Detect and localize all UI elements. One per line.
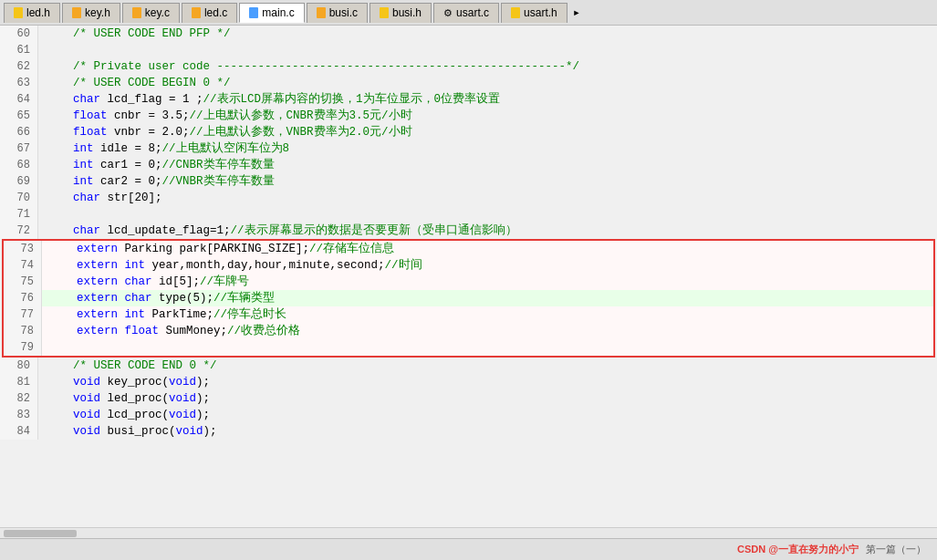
line-row: 74 extern int year,month,day,hour,minute… xyxy=(4,257,933,274)
line-row: 78 extern float SumMoney;//收费总价格 xyxy=(4,323,933,339)
tab-led-c[interactable]: led.c xyxy=(182,3,237,23)
tab-label-busi-c: busi.c xyxy=(329,6,358,19)
line-number: 75 xyxy=(4,274,42,290)
line-number: 73 xyxy=(4,241,42,257)
tab-usart-h[interactable]: usart.h xyxy=(501,3,567,23)
tab-bar: led.h key.h key.c led.c main.c busi.c bu… xyxy=(0,0,937,26)
line-number: 80 xyxy=(0,358,38,374)
line-row: 75 extern char id[5];//车牌号 xyxy=(4,274,933,290)
tab-icon-busi-c xyxy=(317,7,326,18)
tab-label-led-c: led.c xyxy=(204,6,227,19)
line-code xyxy=(42,339,933,356)
line-code: extern int year,month,day,hour,minute,se… xyxy=(42,257,933,274)
tab-label-usart-c: usart.c xyxy=(456,6,489,19)
line-number: 68 xyxy=(0,157,38,173)
line-code: int idle = 8;//上电默认空闲车位为8 xyxy=(38,140,937,157)
gear-icon: ⚙ xyxy=(443,7,453,19)
line-row: 70 char str[20]; xyxy=(0,190,937,206)
line-code xyxy=(38,42,937,58)
line-row: 69 int car2 = 0;//VNBR类车停车数量 xyxy=(0,173,937,190)
line-number: 70 xyxy=(0,190,38,206)
line-code: extern int ParkTime;//停车总时长 xyxy=(42,306,933,323)
line-number: 67 xyxy=(0,140,38,157)
line-code: char str[20]; xyxy=(38,190,937,206)
line-row: 67 int idle = 8;//上电默认空闲车位为8 xyxy=(0,140,937,157)
line-number: 81 xyxy=(0,374,38,390)
tab-overflow-arrow[interactable]: ▸ xyxy=(573,5,580,20)
line-code: extern Parking park[PARKING_SIZE];//存储车位… xyxy=(42,241,933,257)
line-number: 60 xyxy=(0,26,38,42)
tab-icon-key-h xyxy=(72,7,81,18)
line-code: /* USER CODE END PFP */ xyxy=(38,26,937,42)
line-number: 79 xyxy=(4,339,42,356)
line-code: extern char type(5);//车辆类型 xyxy=(42,290,933,306)
tab-label-key-c: key.c xyxy=(145,6,170,19)
tab-busi-c[interactable]: busi.c xyxy=(307,3,368,23)
tab-label-led-h: led.h xyxy=(26,6,50,19)
line-code: int car1 = 0;//CNBR类车停车数量 xyxy=(38,157,937,173)
line-number: 72 xyxy=(0,223,38,239)
line-code: char lcd_flag = 1 ;//表示LCD屏幕内容的切换，1为车位显示… xyxy=(38,91,937,108)
horizontal-scrollbar[interactable] xyxy=(0,527,937,538)
line-row: 77 extern int ParkTime;//停车总时长 xyxy=(4,306,933,323)
scroll-thumb[interactable] xyxy=(4,530,77,537)
line-number: 84 xyxy=(0,423,38,440)
line-code: void lcd_proc(void); xyxy=(38,407,937,423)
tab-icon-main-c xyxy=(249,7,258,18)
tab-label-busi-h: busi.h xyxy=(392,6,422,19)
line-code: /* Private user code -------------------… xyxy=(38,58,937,75)
line-row: 63 /* USER CODE BEGIN 0 */ xyxy=(0,75,937,91)
line-row: 82 void led_proc(void); xyxy=(0,390,937,407)
line-row: 80 /* USER CODE END 0 */ xyxy=(0,358,937,374)
line-number: 61 xyxy=(0,42,38,58)
tab-key-c[interactable]: key.c xyxy=(122,3,180,23)
status-subtitle: 第一篇（一） xyxy=(866,543,926,556)
line-number: 78 xyxy=(4,323,42,339)
line-number: 76 xyxy=(4,290,42,306)
line-number: 62 xyxy=(0,58,38,75)
line-code: void led_proc(void); xyxy=(38,390,937,407)
line-row: 71 xyxy=(0,206,937,223)
tab-main-c[interactable]: main.c xyxy=(239,3,304,23)
line-code: /* USER CODE BEGIN 0 */ xyxy=(38,75,937,91)
tab-usart-c[interactable]: ⚙ usart.c xyxy=(433,3,499,23)
line-row: 81 void key_proc(void); xyxy=(0,374,937,390)
line-row: 76 extern char type(5);//车辆类型 xyxy=(4,290,933,306)
line-row: 66 float vnbr = 2.0;//上电默认参数，VNBR费率为2.0元… xyxy=(0,124,937,140)
highlighted-block: 73 extern Parking park[PARKING_SIZE];//存… xyxy=(2,239,935,358)
line-code: float cnbr = 3.5;//上电默认参数，CNBR费率为3.5元/小时 xyxy=(38,108,937,124)
tab-key-h[interactable]: key.h xyxy=(62,3,120,23)
tab-icon-key-c xyxy=(132,7,141,18)
tab-icon-usart-h xyxy=(511,7,520,18)
csdn-watermark: CSDN @一直在努力的小宁 xyxy=(737,543,859,556)
tab-icon-led-h xyxy=(14,7,23,18)
line-row: 60 /* USER CODE END PFP */ xyxy=(0,26,937,42)
line-row: 72 char lcd_update_flag=1;//表示屏幕显示的数据是否要… xyxy=(0,223,937,239)
line-row: 65 float cnbr = 3.5;//上电默认参数，CNBR费率为3.5元… xyxy=(0,108,937,124)
tab-led-h[interactable]: led.h xyxy=(4,3,60,23)
line-number: 64 xyxy=(0,91,38,108)
code-scroll[interactable]: 60 /* USER CODE END PFP */ 61 62 /* Priv… xyxy=(0,26,937,527)
line-number: 82 xyxy=(0,390,38,407)
tab-busi-h[interactable]: busi.h xyxy=(370,3,432,23)
line-code: float vnbr = 2.0;//上电默认参数，VNBR费率为2.0元/小时 xyxy=(38,124,937,140)
status-bar: CSDN @一直在努力的小宁 第一篇（一） xyxy=(0,538,937,560)
line-number: 83 xyxy=(0,407,38,423)
line-code: char lcd_update_flag=1;//表示屏幕显示的数据是否要更新（… xyxy=(38,223,937,239)
line-number: 63 xyxy=(0,75,38,91)
tab-icon-busi-h xyxy=(380,7,389,18)
line-row: 64 char lcd_flag = 1 ;//表示LCD屏幕内容的切换，1为车… xyxy=(0,91,937,108)
code-area: 60 /* USER CODE END PFP */ 61 62 /* Priv… xyxy=(0,26,937,538)
line-code: int car2 = 0;//VNBR类车停车数量 xyxy=(38,173,937,190)
line-row: 61 xyxy=(0,42,937,58)
line-code: void busi_proc(void); xyxy=(38,423,937,440)
line-code: void key_proc(void); xyxy=(38,374,937,390)
line-row: 79 xyxy=(4,339,933,356)
line-code: extern float SumMoney;//收费总价格 xyxy=(42,323,933,339)
line-number: 69 xyxy=(0,173,38,190)
line-number: 66 xyxy=(0,124,38,140)
line-code: extern char id[5];//车牌号 xyxy=(42,274,933,290)
line-row: 84 void busi_proc(void); xyxy=(0,423,937,440)
line-number: 77 xyxy=(4,306,42,323)
line-number: 65 xyxy=(0,108,38,124)
